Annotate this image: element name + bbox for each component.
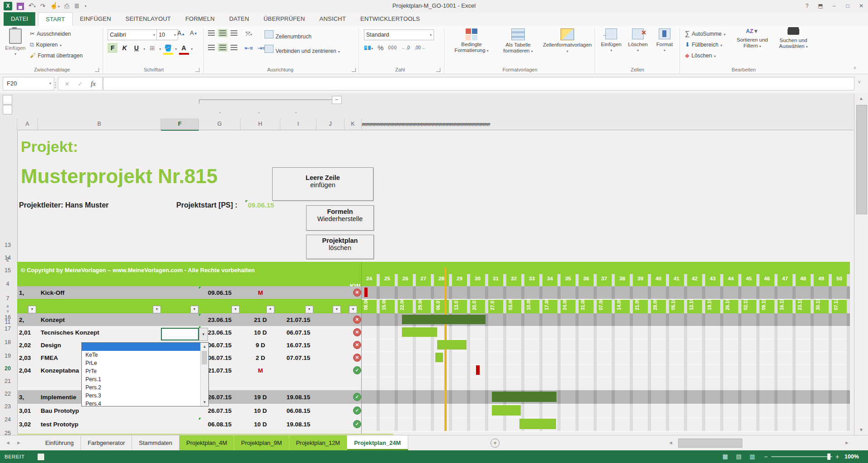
alignment-dialog-launcher[interactable] bbox=[352, 68, 356, 72]
find-select-button[interactable]: Suchen und Auswählen ▾ bbox=[774, 28, 813, 50]
dropdown-item-pers4[interactable]: Pers.4 bbox=[82, 400, 201, 406]
macro-button-wiederherstelle[interactable]: FormelnWiederherstelle bbox=[306, 205, 374, 231]
cell-ende[interactable]: 19.08.15 bbox=[280, 390, 316, 404]
quick-print-icon[interactable]: ⎙ bbox=[64, 0, 69, 12]
italic-button[interactable]: K bbox=[119, 43, 129, 53]
sheet-tab-projektplan_24m[interactable]: Projektplan_24M bbox=[347, 435, 408, 450]
scroll-up-icon[interactable]: ▲ bbox=[201, 343, 208, 350]
cell-dauer[interactable]: 10 D bbox=[241, 417, 280, 431]
zoom-slider-track[interactable] bbox=[771, 456, 832, 457]
macro-button-lschen[interactable]: Projektplanlöschen bbox=[306, 235, 374, 259]
copy-button[interactable]: ⧉ Kopieren ▾ bbox=[30, 40, 61, 48]
insert-cells-button[interactable]: ← Einfügen▾ bbox=[599, 28, 623, 53]
undo-icon[interactable]: ↶▾ bbox=[28, 0, 36, 13]
select-all-corner[interactable] bbox=[0, 118, 17, 130]
conditional-formatting-button[interactable]: Bedingte Formatierung ▾ bbox=[450, 28, 493, 54]
font-name-select[interactable]: Calibri▾ bbox=[108, 29, 157, 40]
sheet-tab-projektplan_4m[interactable]: Projektplan_4M bbox=[179, 435, 234, 450]
outline-level-1-button[interactable] bbox=[3, 95, 12, 104]
scroll-down-icon[interactable]: ▼ bbox=[856, 427, 866, 432]
dropdown-item-kete[interactable]: KeTe bbox=[82, 351, 201, 359]
outline-level-2-button[interactable] bbox=[3, 105, 12, 114]
redo-icon[interactable]: ↷ bbox=[40, 0, 46, 12]
macro-record-icon[interactable] bbox=[37, 453, 45, 461]
cell-ende[interactable]: 06.07.15 bbox=[280, 326, 316, 339]
tab-datei[interactable]: DATEI bbox=[4, 12, 35, 26]
font-color-dropdown[interactable]: ▾ bbox=[191, 47, 193, 51]
cell-dauer[interactable]: 21 D bbox=[241, 313, 280, 326]
dropdown-item-prle[interactable]: PrLe bbox=[82, 359, 201, 367]
sheet-tab-farbgenerator[interactable]: Farbgenerator bbox=[81, 435, 132, 450]
column-header-B[interactable]: B bbox=[38, 118, 161, 130]
align-left-icon[interactable] bbox=[208, 45, 215, 50]
touch-mode-icon[interactable]: ☝▾ bbox=[50, 0, 59, 13]
cell-start[interactable]: 06.08.15 bbox=[199, 417, 241, 431]
merge-center-button[interactable]: Verbinden und zentrieren ▾ bbox=[264, 45, 340, 55]
dropdown-item-prte[interactable]: PrTe bbox=[82, 367, 201, 375]
normal-view-icon[interactable]: ▦ bbox=[722, 450, 728, 463]
maximize-icon[interactable]: □ bbox=[841, 0, 854, 12]
bold-button[interactable]: F bbox=[108, 43, 118, 53]
grow-font-button[interactable]: A▲ bbox=[177, 29, 185, 37]
gantt-bar-row19[interactable] bbox=[402, 315, 486, 324]
page-layout-view-icon[interactable]: ▤ bbox=[736, 450, 741, 463]
hscroll-right-icon[interactable]: ► bbox=[844, 435, 849, 450]
borders-dropdown[interactable]: ▾ bbox=[159, 47, 161, 51]
selected-cell-F20[interactable] bbox=[161, 328, 199, 340]
column-header-K[interactable]: K bbox=[344, 118, 362, 130]
cell-dauer[interactable]: 2 D bbox=[241, 351, 280, 364]
column-header-I[interactable]: I bbox=[280, 118, 316, 130]
autosum-button[interactable]: ∑ AutoSumme ▾ bbox=[685, 29, 726, 38]
decrease-decimal-icon[interactable]: ,00→ bbox=[415, 45, 425, 50]
excel-logo-icon[interactable]: X bbox=[4, 2, 12, 10]
cell-dropdown-button[interactable]: ▼ bbox=[199, 328, 208, 341]
print-preview-icon[interactable]: 🗏 bbox=[74, 0, 80, 12]
tab-ansicht[interactable]: ANSICHT bbox=[312, 12, 353, 26]
format-painter-button[interactable]: 🖌 Format übertragen bbox=[30, 51, 83, 59]
tab-überprüfen[interactable]: ÜBERPRÜFEN bbox=[256, 12, 312, 26]
gantt-bar-row21[interactable] bbox=[437, 340, 467, 350]
zoom-level[interactable]: 100% bbox=[844, 450, 859, 463]
font-size-select[interactable]: 10▾ bbox=[156, 29, 178, 40]
gantt-bar-row26[interactable] bbox=[492, 405, 521, 416]
number-format-select[interactable]: Standard▾ bbox=[364, 29, 434, 40]
dropdown-item-pers1[interactable]: Pers.1 bbox=[82, 375, 201, 383]
column-header-H[interactable]: H bbox=[241, 118, 280, 130]
close-icon[interactable]: ✕ bbox=[854, 0, 868, 12]
gantt-milestone-row17[interactable] bbox=[364, 288, 368, 297]
gantt-bar-row25[interactable] bbox=[492, 392, 557, 402]
cell-ende[interactable]: 16.07.15 bbox=[280, 339, 316, 351]
tab-start[interactable]: START bbox=[38, 12, 72, 26]
hscroll-left-icon[interactable]: ◄ bbox=[668, 435, 673, 450]
clipboard-dialog-launcher[interactable] bbox=[95, 68, 99, 72]
thousands-icon[interactable]: 000 bbox=[388, 45, 397, 50]
cell-dauer[interactable]: M bbox=[241, 286, 280, 299]
shrink-font-button[interactable]: A▼ bbox=[190, 29, 198, 36]
font-dialog-launcher[interactable] bbox=[195, 68, 199, 72]
cell-dauer[interactable]: 10 D bbox=[241, 326, 280, 339]
sort-filter-button[interactable]: AZ▼ Sortieren und Filtern ▾ bbox=[731, 28, 773, 49]
new-sheet-button[interactable]: + bbox=[491, 439, 500, 448]
zoom-out-button[interactable]: − bbox=[764, 450, 768, 463]
wrap-text-button[interactable]: Zeilenumbruch bbox=[264, 30, 311, 40]
column-header-A[interactable]: A bbox=[17, 118, 38, 130]
vertical-scrollbar[interactable]: ▲ ▼ bbox=[854, 93, 868, 435]
gantt-bar-row20[interactable] bbox=[402, 327, 437, 337]
name-box[interactable]: F20▾ bbox=[3, 77, 54, 90]
cell-dauer[interactable]: 10 D bbox=[241, 404, 280, 417]
collapse-group-button[interactable]: − bbox=[332, 96, 342, 104]
borders-icon[interactable]: ⊞ bbox=[147, 43, 157, 53]
sheet-tab-einführung[interactable]: Einführung bbox=[38, 435, 81, 450]
project-start-value[interactable]: 09.06.15 bbox=[248, 201, 274, 209]
dropdown-item-pers2[interactable]: Pers.2 bbox=[82, 383, 201, 392]
decrease-indent-icon[interactable]: ⇤≡ bbox=[245, 45, 253, 52]
qat-customize-icon[interactable]: ▾ bbox=[85, 0, 86, 12]
clear-button[interactable]: ◆ Löschen ▾ bbox=[685, 51, 716, 59]
column-header-G[interactable]: G bbox=[199, 118, 241, 130]
insert-function-icon[interactable]: fx bbox=[91, 80, 96, 88]
underline-dropdown[interactable]: ▾ bbox=[143, 47, 145, 51]
cell-ende[interactable]: 07.07.15 bbox=[280, 351, 316, 364]
fill-color-icon[interactable]: 🪣 bbox=[163, 43, 173, 55]
sheet-tab-projektplan_9m[interactable]: Projektplan_9M bbox=[234, 435, 289, 450]
align-center-icon[interactable] bbox=[219, 45, 226, 50]
